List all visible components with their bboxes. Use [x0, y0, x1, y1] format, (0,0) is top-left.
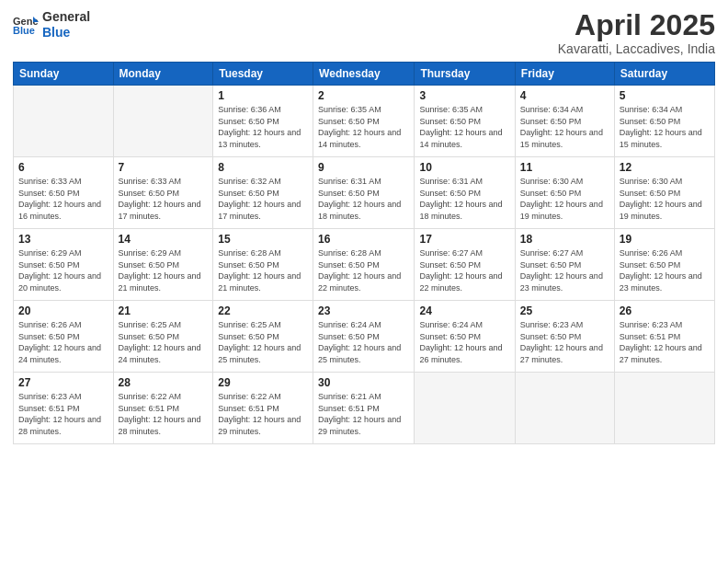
day-info: Sunrise: 6:25 AMSunset: 6:50 PMDaylight:… [218, 319, 308, 365]
day-number: 7 [119, 161, 209, 174]
day-number: 18 [520, 233, 609, 246]
day-info: Sunrise: 6:36 AMSunset: 6:50 PMDaylight:… [218, 104, 308, 150]
calendar-cell: 15Sunrise: 6:28 AMSunset: 6:50 PMDayligh… [213, 229, 313, 301]
weekday-header-monday: Monday [113, 63, 213, 86]
calendar-cell: 28Sunrise: 6:22 AMSunset: 6:51 PMDayligh… [113, 373, 213, 444]
logo-icon: General Blue [13, 15, 39, 35]
day-number: 6 [18, 161, 108, 174]
day-info: Sunrise: 6:22 AMSunset: 6:51 PMDaylight:… [218, 391, 308, 437]
calendar-cell [614, 373, 714, 444]
calendar-cell: 12Sunrise: 6:30 AMSunset: 6:50 PMDayligh… [614, 157, 714, 229]
day-number: 14 [119, 233, 209, 246]
calendar-cell: 10Sunrise: 6:31 AMSunset: 6:50 PMDayligh… [415, 157, 515, 229]
calendar-cell: 25Sunrise: 6:23 AMSunset: 6:50 PMDayligh… [515, 301, 614, 373]
day-info: Sunrise: 6:32 AMSunset: 6:50 PMDaylight:… [218, 176, 308, 222]
calendar-cell: 30Sunrise: 6:21 AMSunset: 6:51 PMDayligh… [313, 373, 415, 444]
calendar-cell: 21Sunrise: 6:25 AMSunset: 6:50 PMDayligh… [113, 301, 213, 373]
calendar-cell: 22Sunrise: 6:25 AMSunset: 6:50 PMDayligh… [213, 301, 313, 373]
day-number: 2 [318, 89, 409, 102]
day-info: Sunrise: 6:29 AMSunset: 6:50 PMDaylight:… [18, 247, 108, 293]
day-info: Sunrise: 6:33 AMSunset: 6:50 PMDaylight:… [18, 176, 108, 222]
title-block: April 2025 Kavaratti, Laccadives, India [558, 9, 715, 56]
calendar-cell: 1Sunrise: 6:36 AMSunset: 6:50 PMDaylight… [213, 86, 313, 157]
page: General Blue General Blue April 2025 Kav… [0, 0, 728, 563]
calendar-cell: 9Sunrise: 6:31 AMSunset: 6:50 PMDaylight… [313, 157, 415, 229]
day-info: Sunrise: 6:23 AMSunset: 6:51 PMDaylight:… [620, 319, 710, 365]
day-number: 16 [318, 233, 409, 246]
weekday-header-wednesday: Wednesday [313, 63, 415, 86]
calendar-table: SundayMondayTuesdayWednesdayThursdayFrid… [13, 62, 715, 444]
calendar-cell: 23Sunrise: 6:24 AMSunset: 6:50 PMDayligh… [313, 301, 415, 373]
day-number: 12 [620, 161, 710, 174]
day-info: Sunrise: 6:30 AMSunset: 6:50 PMDaylight:… [620, 176, 710, 222]
day-info: Sunrise: 6:21 AMSunset: 6:51 PMDaylight:… [318, 391, 409, 437]
day-info: Sunrise: 6:30 AMSunset: 6:50 PMDaylight:… [520, 176, 609, 222]
calendar-cell [515, 373, 614, 444]
calendar-cell: 3Sunrise: 6:35 AMSunset: 6:50 PMDaylight… [415, 86, 515, 157]
day-number: 25 [520, 304, 609, 317]
calendar-cell: 7Sunrise: 6:33 AMSunset: 6:50 PMDaylight… [113, 157, 213, 229]
day-number: 1 [218, 89, 308, 102]
weekday-header-friday: Friday [515, 63, 614, 86]
calendar-cell: 5Sunrise: 6:34 AMSunset: 6:50 PMDaylight… [614, 86, 714, 157]
day-number: 17 [419, 233, 509, 246]
day-number: 21 [119, 304, 209, 317]
calendar-cell: 8Sunrise: 6:32 AMSunset: 6:50 PMDaylight… [213, 157, 313, 229]
calendar-cell: 2Sunrise: 6:35 AMSunset: 6:50 PMDaylight… [313, 86, 415, 157]
logo-blue-text: Blue [42, 25, 90, 40]
day-number: 29 [218, 376, 308, 389]
day-number: 24 [419, 304, 509, 317]
weekday-header-saturday: Saturday [614, 63, 714, 86]
calendar-title: April 2025 [558, 9, 715, 41]
day-info: Sunrise: 6:22 AMSunset: 6:51 PMDaylight:… [119, 391, 209, 437]
svg-text:Blue: Blue [13, 25, 35, 35]
day-info: Sunrise: 6:28 AMSunset: 6:50 PMDaylight:… [218, 247, 308, 293]
header: General Blue General Blue April 2025 Kav… [13, 9, 715, 56]
day-number: 28 [119, 376, 209, 389]
day-info: Sunrise: 6:33 AMSunset: 6:50 PMDaylight:… [119, 176, 209, 222]
day-info: Sunrise: 6:31 AMSunset: 6:50 PMDaylight:… [419, 176, 509, 222]
calendar-cell [14, 86, 114, 157]
day-info: Sunrise: 6:24 AMSunset: 6:50 PMDaylight:… [419, 319, 509, 365]
day-number: 19 [620, 233, 710, 246]
week-row-2: 6Sunrise: 6:33 AMSunset: 6:50 PMDaylight… [14, 157, 715, 229]
day-info: Sunrise: 6:28 AMSunset: 6:50 PMDaylight:… [318, 247, 409, 293]
calendar-cell: 29Sunrise: 6:22 AMSunset: 6:51 PMDayligh… [213, 373, 313, 444]
day-info: Sunrise: 6:35 AMSunset: 6:50 PMDaylight:… [318, 104, 409, 150]
day-info: Sunrise: 6:31 AMSunset: 6:50 PMDaylight:… [318, 176, 409, 222]
calendar-cell: 18Sunrise: 6:27 AMSunset: 6:50 PMDayligh… [515, 229, 614, 301]
calendar-cell: 24Sunrise: 6:24 AMSunset: 6:50 PMDayligh… [415, 301, 515, 373]
day-info: Sunrise: 6:23 AMSunset: 6:51 PMDaylight:… [18, 391, 108, 437]
logo: General Blue General Blue [13, 9, 90, 40]
logo-general-text: General [42, 9, 90, 25]
calendar-cell: 27Sunrise: 6:23 AMSunset: 6:51 PMDayligh… [14, 373, 114, 444]
weekday-header-tuesday: Tuesday [213, 63, 313, 86]
day-number: 5 [620, 89, 710, 102]
calendar-cell [415, 373, 515, 444]
day-number: 13 [18, 233, 108, 246]
day-info: Sunrise: 6:26 AMSunset: 6:50 PMDaylight:… [18, 319, 108, 365]
day-info: Sunrise: 6:29 AMSunset: 6:50 PMDaylight:… [119, 247, 209, 293]
calendar-cell [113, 86, 213, 157]
calendar-cell: 6Sunrise: 6:33 AMSunset: 6:50 PMDaylight… [14, 157, 114, 229]
day-number: 20 [18, 304, 108, 317]
day-number: 10 [419, 161, 509, 174]
day-info: Sunrise: 6:23 AMSunset: 6:50 PMDaylight:… [520, 319, 609, 365]
day-info: Sunrise: 6:34 AMSunset: 6:50 PMDaylight:… [520, 104, 609, 150]
day-info: Sunrise: 6:35 AMSunset: 6:50 PMDaylight:… [419, 104, 509, 150]
calendar-location: Kavaratti, Laccadives, India [558, 41, 715, 56]
calendar-cell: 26Sunrise: 6:23 AMSunset: 6:51 PMDayligh… [614, 301, 714, 373]
day-info: Sunrise: 6:24 AMSunset: 6:50 PMDaylight:… [318, 319, 409, 365]
calendar-cell: 16Sunrise: 6:28 AMSunset: 6:50 PMDayligh… [313, 229, 415, 301]
day-number: 30 [318, 376, 409, 389]
calendar-cell: 20Sunrise: 6:26 AMSunset: 6:50 PMDayligh… [14, 301, 114, 373]
day-number: 27 [18, 376, 108, 389]
day-number: 15 [218, 233, 308, 246]
week-row-5: 27Sunrise: 6:23 AMSunset: 6:51 PMDayligh… [14, 373, 715, 444]
week-row-3: 13Sunrise: 6:29 AMSunset: 6:50 PMDayligh… [14, 229, 715, 301]
day-number: 11 [520, 161, 609, 174]
calendar-cell: 14Sunrise: 6:29 AMSunset: 6:50 PMDayligh… [113, 229, 213, 301]
day-info: Sunrise: 6:26 AMSunset: 6:50 PMDaylight:… [620, 247, 710, 293]
calendar-cell: 19Sunrise: 6:26 AMSunset: 6:50 PMDayligh… [614, 229, 714, 301]
day-number: 4 [520, 89, 609, 102]
